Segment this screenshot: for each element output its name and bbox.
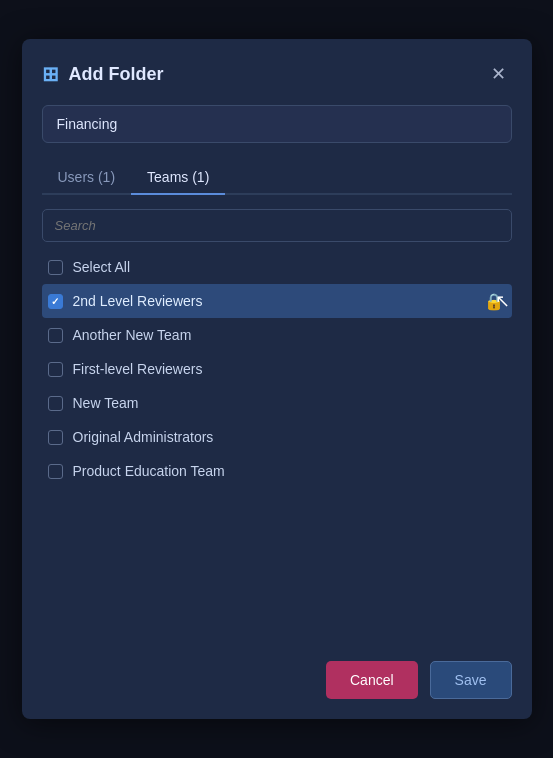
- list-item[interactable]: Original Administrators: [42, 420, 512, 454]
- teams-list: Select All 2nd Level Reviewers 🔒 ↖ Anoth…: [42, 250, 512, 625]
- select-all-label: Select All: [73, 259, 131, 275]
- team-name-3: New Team: [73, 395, 139, 411]
- tabs-container: Users (1) Teams (1): [42, 161, 512, 195]
- team-checkbox-4[interactable]: [48, 430, 63, 445]
- modal-overlay: ⊞ Add Folder ✕ Users (1) Teams (1) Selec…: [0, 0, 553, 758]
- list-item[interactable]: Another New Team: [42, 318, 512, 352]
- team-name-1: Another New Team: [73, 327, 192, 343]
- team-checkbox-1[interactable]: [48, 328, 63, 343]
- tab-teams[interactable]: Teams (1): [131, 161, 225, 195]
- team-name-0: 2nd Level Reviewers: [73, 293, 203, 309]
- lock-icon: 🔒: [484, 292, 504, 311]
- modal-header: ⊞ Add Folder ✕: [42, 59, 512, 89]
- team-name-4: Original Administrators: [73, 429, 214, 445]
- select-all-item[interactable]: Select All: [42, 250, 512, 284]
- modal-title: ⊞ Add Folder: [42, 62, 164, 86]
- save-button[interactable]: Save: [430, 661, 512, 699]
- team-name-5: Product Education Team: [73, 463, 225, 479]
- add-folder-modal: ⊞ Add Folder ✕ Users (1) Teams (1) Selec…: [22, 39, 532, 719]
- modal-title-text: Add Folder: [69, 64, 164, 85]
- team-checkbox-3[interactable]: [48, 396, 63, 411]
- list-item[interactable]: First-level Reviewers: [42, 352, 512, 386]
- team-checkbox-0[interactable]: [48, 294, 63, 309]
- team-name-2: First-level Reviewers: [73, 361, 203, 377]
- folder-name-input[interactable]: [42, 105, 512, 143]
- search-input[interactable]: [42, 209, 512, 242]
- list-item[interactable]: New Team: [42, 386, 512, 420]
- close-button[interactable]: ✕: [485, 59, 512, 89]
- list-item[interactable]: Product Education Team: [42, 454, 512, 488]
- modal-footer: Cancel Save: [42, 645, 512, 699]
- folder-icon: ⊞: [42, 62, 59, 86]
- team-checkbox-5[interactable]: [48, 464, 63, 479]
- tab-users[interactable]: Users (1): [42, 161, 132, 195]
- list-item[interactable]: 2nd Level Reviewers 🔒 ↖: [42, 284, 512, 318]
- cancel-button[interactable]: Cancel: [326, 661, 418, 699]
- select-all-checkbox[interactable]: [48, 260, 63, 275]
- team-checkbox-2[interactable]: [48, 362, 63, 377]
